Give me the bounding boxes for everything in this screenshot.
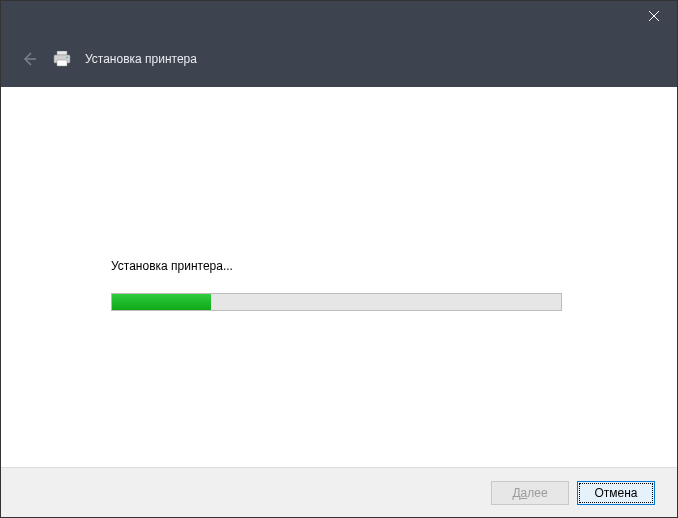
back-arrow-icon (21, 51, 37, 67)
progress-bar (111, 293, 562, 311)
progress-fill (112, 294, 211, 310)
next-button: Далее (491, 481, 569, 505)
cancel-button-label: Отмена (594, 486, 637, 500)
titlebar (1, 1, 677, 31)
printer-icon (53, 51, 71, 67)
content-area: Установка принтера... (1, 87, 677, 467)
status-text: Установка принтера... (111, 259, 233, 273)
next-button-label: Далее (512, 486, 547, 500)
svg-rect-3 (57, 51, 67, 55)
wizard-title: Установка принтера (85, 52, 197, 66)
wizard-header: Установка принтера (1, 31, 677, 87)
cancel-button[interactable]: Отмена (577, 481, 655, 505)
svg-rect-5 (57, 60, 67, 66)
close-button[interactable] (631, 1, 677, 31)
back-button (19, 49, 39, 69)
footer: Далее Отмена (1, 467, 677, 517)
close-icon (649, 11, 659, 21)
svg-point-6 (66, 57, 68, 59)
